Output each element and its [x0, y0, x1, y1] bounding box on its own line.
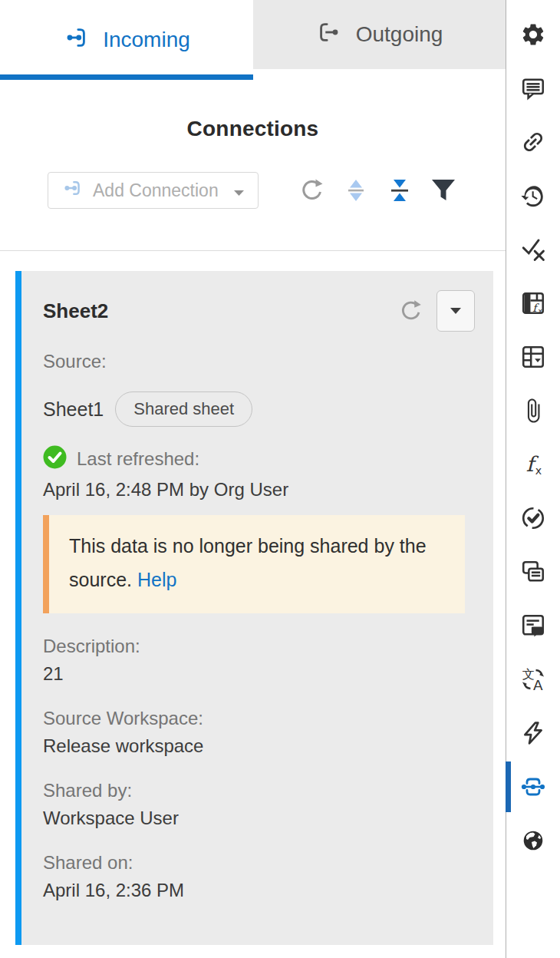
- warning-banner: This data is no longer being shared by t…: [43, 515, 465, 613]
- collapse-all-icon[interactable]: [384, 175, 415, 206]
- toolbar: Add Connection: [0, 172, 506, 209]
- gear-icon[interactable]: [506, 8, 560, 61]
- field-value: Release workspace: [43, 735, 475, 758]
- tab-outgoing[interactable]: Outgoing: [253, 0, 506, 69]
- expand-all-icon[interactable]: [341, 175, 371, 206]
- chevron-down-icon: [450, 306, 462, 317]
- add-connection-label: Add Connection: [93, 180, 219, 201]
- outgoing-icon: [316, 19, 342, 51]
- copy-icon[interactable]: [506, 545, 560, 599]
- tab-bar: Incoming Outgoing: [0, 0, 506, 80]
- source-row: Sheet1 Shared sheet: [43, 391, 475, 427]
- connections-icon[interactable]: [506, 760, 560, 814]
- filter-icon[interactable]: [428, 175, 459, 206]
- field-source-workspace: Source Workspace: Release workspace: [43, 707, 475, 758]
- panel-header: Connections Add Connection: [0, 117, 506, 251]
- refresh-icon[interactable]: [398, 298, 424, 324]
- shared-sheet-badge: Shared sheet: [115, 391, 252, 427]
- last-refreshed-row: Last refreshed:: [43, 445, 475, 472]
- svg-text:x: x: [535, 464, 542, 477]
- card-title: Sheet2: [43, 299, 108, 323]
- translate-icon[interactable]: 文 A: [506, 652, 560, 706]
- field-shared-on: Shared on: April 16, 2:36 PM: [43, 851, 475, 902]
- sheet-formula-icon[interactable]: f x: [506, 276, 560, 330]
- tab-incoming[interactable]: Incoming: [0, 0, 253, 80]
- field-description: Description: 21: [43, 635, 475, 685]
- right-icon-rail: f x f x: [506, 0, 560, 958]
- link-icon[interactable]: [506, 115, 560, 169]
- add-connection-button[interactable]: Add Connection: [48, 172, 259, 209]
- svg-text:x: x: [538, 306, 542, 315]
- last-refreshed-value: April 16, 2:48 PM by Org User: [43, 478, 475, 501]
- card-header: Sheet2: [43, 290, 475, 332]
- chevron-down-icon: [233, 180, 245, 201]
- field-value: Workspace User: [43, 807, 475, 830]
- circle-check-icon[interactable]: [506, 491, 560, 545]
- incoming-icon: [63, 25, 89, 56]
- svg-text:A: A: [533, 677, 543, 692]
- connection-card: Sheet2: [15, 271, 493, 945]
- warning-text: This data is no longer being shared by t…: [69, 535, 427, 590]
- table-caret-icon[interactable]: [506, 330, 560, 384]
- connections-sidebar: Incoming Outgoing Connections: [0, 0, 560, 958]
- field-value: April 16, 2:36 PM: [43, 879, 475, 902]
- help-link[interactable]: Help: [137, 569, 176, 590]
- comment-icon[interactable]: [506, 61, 560, 115]
- check-x-icon[interactable]: [506, 223, 560, 276]
- check-circle-icon: [43, 445, 67, 472]
- tab-outgoing-label: Outgoing: [356, 22, 443, 47]
- bolt-icon[interactable]: [506, 706, 560, 760]
- field-shared-by: Shared by: Workspace User: [43, 779, 475, 830]
- source-label: Source:: [43, 350, 475, 373]
- history-icon[interactable]: [506, 169, 560, 223]
- field-label: Description:: [43, 635, 475, 658]
- note-comment-icon[interactable]: [506, 599, 560, 652]
- tab-incoming-label: Incoming: [103, 28, 190, 52]
- field-label: Source Workspace:: [43, 707, 475, 730]
- last-refreshed-label: Last refreshed:: [77, 448, 199, 471]
- paperclip-icon[interactable]: [506, 384, 560, 438]
- toolbar-icons: [297, 175, 459, 206]
- connections-main-panel: Incoming Outgoing Connections: [0, 0, 506, 958]
- field-label: Shared on:: [43, 851, 475, 874]
- formula-icon[interactable]: f x: [506, 438, 560, 491]
- globe-icon[interactable]: [506, 814, 560, 867]
- field-value: 21: [43, 662, 475, 685]
- connections-list: Sheet2: [0, 251, 506, 945]
- field-label: Shared by:: [43, 779, 475, 802]
- card-actions: [398, 290, 475, 332]
- connection-icon: [61, 177, 83, 203]
- page-title: Connections: [0, 117, 506, 141]
- refresh-icon[interactable]: [297, 175, 328, 206]
- source-sheet-name: Sheet1: [43, 398, 104, 421]
- card-menu-button[interactable]: [436, 290, 475, 332]
